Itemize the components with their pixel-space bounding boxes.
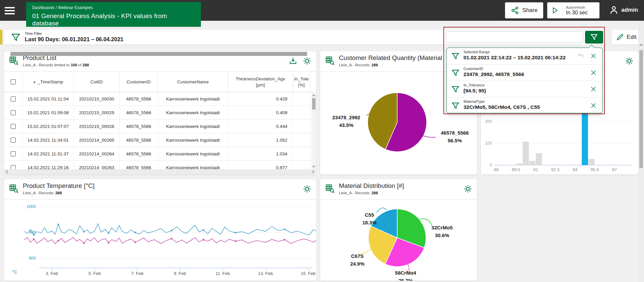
table-hscroll-thumb[interactable] [10,52,307,56]
autorefresh-label: Autorefresh [566,5,588,9]
cell-in_tolerance [293,92,310,105]
row-checkbox[interactable] [11,165,16,169]
row-checkbox[interactable] [11,138,16,143]
user-menu[interactable]: admin [609,5,638,15]
svg-text:95.5: 95.5 [590,167,599,172]
series-temperature_upper [24,224,316,235]
scroll-left-icon[interactable] [5,170,9,174]
column-header-timestamp[interactable]: ▼_TimeStamp [22,72,74,92]
filter-search-input[interactable] [446,31,583,43]
pie-label-C55: C5518.3% [355,211,384,227]
menu-icon[interactable] [5,5,17,15]
filter-chip-label: CustomerID [463,67,600,71]
breadcrumb[interactable]: Dashboards / Webinar Examples [32,5,195,10]
cell-customer_id: 46578_5566 [120,133,158,147]
apply-filter-button[interactable] [585,31,603,44]
histogram-bar[interactable] [516,163,522,165]
edit-button[interactable]: Edit [612,30,641,45]
edge-accent [0,30,2,45]
table-vscroll-thumb[interactable] [312,98,315,110]
page-scroll-up-icon[interactable] [639,43,643,47]
row-checkbox[interactable] [11,96,16,101]
row-checkbox-cell [4,133,22,147]
column-header-thicknessdeviation_agv[interactable]: ThicknessDeviation_Agv[µm] [228,72,293,92]
temperature-line-chart[interactable]: 10009008003. Feb5. Feb7. Feb9. Feb11. Fe… [4,179,316,281]
remove-filter-icon[interactable] [590,86,597,92]
column-header-coilid[interactable]: CoilID [74,72,120,92]
cell-coil_id: 20210215_00030 [74,92,120,105]
svg-text:97: 97 [612,167,617,172]
table-row[interactable]: 14.02.2021 11:31:3720210214_0026446578_5… [4,147,311,161]
user-name: admin [621,7,638,13]
table-row[interactable]: 15.02.2021 01:07:0720210215_0002846578_5… [4,120,311,133]
svg-text:15. Feb: 15. Feb [301,271,315,276]
series-temperature_lower [24,237,316,244]
cell-customer_name: Karrosseriewerk Ingolstadt [158,147,228,160]
column-header-in_tole[interactable]: In_Tole[%] [293,72,310,92]
table-row[interactable]: 15.02.2021 01:11:0420210215_0003046578_5… [4,92,311,106]
person-icon [609,5,619,15]
dashboard-app: Share Autorefresh In 30 sec admin Dashbo… [0,0,644,282]
undo-icon[interactable] [577,52,585,60]
share-label: Share [522,7,538,14]
share-icon [511,6,519,15]
cell-customer_id: 46578_5566 [120,147,158,160]
remove-filter-icon[interactable] [590,53,597,59]
histogram-bar[interactable] [588,159,595,165]
dashboard-title-box: Dashboards / Webinar Examples 01 General… [26,2,201,27]
row-checkbox[interactable] [11,124,16,129]
active-filters-dropdown: Selected Range01.02.2021 22:14:22 – 15.0… [446,48,602,113]
row-checkbox[interactable] [11,151,16,156]
row-checkbox-cell [4,92,22,105]
histogram-bar[interactable] [523,142,529,165]
svg-text:3. Feb: 3. Feb [46,271,58,276]
remove-filter-icon[interactable] [590,102,597,109]
svg-text:9. Feb: 9. Feb [174,271,186,276]
filter-chip-value: 32CrMo5, 58CrMo4, C67S , C55 [463,104,600,110]
page-scroll-thumb[interactable] [639,50,643,168]
cell-coil_id: 20210214_00265 [74,133,120,147]
row-checkbox-cell [4,147,22,160]
funnel-icon [451,85,460,94]
column-header-customerid[interactable]: CustomerID [120,72,158,92]
row-checkbox-cell [4,120,22,133]
column-header-customername[interactable]: CustomerName [158,72,228,92]
table-horizontal-scrollbar[interactable] [4,169,316,174]
remove-filter-icon[interactable] [590,69,597,76]
scroll-up-icon[interactable] [312,93,316,97]
gear-icon[interactable] [303,57,311,65]
table-header-row: ▼_TimeStampCoilIDCustomerIDCustomerNameT… [4,72,311,92]
cell-customer_id: 46578_5566 [120,120,158,133]
cell-thickness_deviation: 0.409 [228,106,293,119]
pie-label-32CrMo5: 32CrMo530.6% [423,224,461,239]
histogram-bar[interactable] [529,161,535,165]
scroll-right-icon[interactable] [311,170,315,174]
select-all-checkbox-cell [4,72,22,92]
cell-customer_name: Karrosseriewerk Ingolstadt [158,133,228,147]
svg-text:200: 200 [485,119,492,124]
cell-coil_id: 20210214_00264 [74,147,120,160]
svg-text:7. Feb: 7. Feb [131,271,144,276]
table-body: 15.02.2021 01:11:0420210215_0003046578_5… [4,92,311,169]
scroll-down-icon[interactable] [312,164,316,168]
sort-desc-icon: ▼ [33,81,36,84]
table-row[interactable]: 14.02.2021 11:29:1620210214_0026346578_5… [4,161,311,169]
play-icon[interactable] [547,2,563,18]
table-row[interactable]: 14.02.2021 11:34:0120210214_0026546578_5… [4,133,311,147]
table-row[interactable]: 15.02.2021 01:09:0820210215_0002946578_5… [4,106,311,120]
histogram-bar[interactable] [536,153,542,165]
svg-text:13. Feb: 13. Feb [258,271,273,276]
select-all-checkbox[interactable] [11,79,16,84]
filter-chip-value: 23478_2992, 46578_5566 [463,71,600,77]
autorefresh-button[interactable]: Autorefresh In 30 sec [547,2,599,18]
svg-text:11. Feb: 11. Feb [215,271,230,276]
cell-timestamp: 15.02.2021 01:09:08 [22,106,74,119]
histogram-bar[interactable] [582,109,588,165]
share-button[interactable]: Share [505,2,543,18]
cell-coil_id: 20210215_00029 [74,106,120,119]
download-icon[interactable] [289,57,297,65]
cell-thickness_deviation: 1.034 [228,147,293,160]
cell-timestamp: 14.02.2021 11:34:01 [22,133,74,147]
row-checkbox[interactable] [11,110,16,115]
filter-chip-value: [94.5; 95) [463,88,600,94]
